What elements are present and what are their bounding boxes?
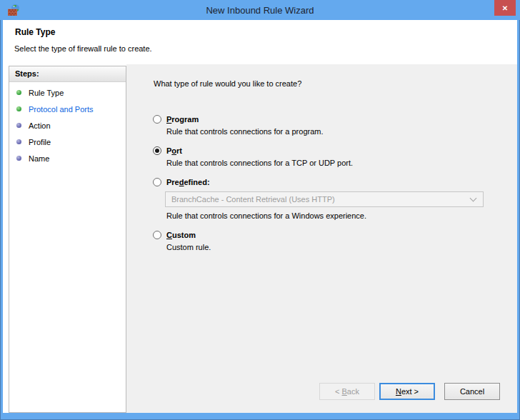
program-description: Rule that controls connections for a pro… [166,126,517,137]
option-custom: Custom Custom rule. [153,231,517,253]
step-label: Name [29,154,49,163]
rule-type-options: Program Rule that controls connections f… [153,115,517,253]
custom-radio[interactable] [153,231,161,239]
close-button[interactable]: ✕ [494,0,516,16]
program-label[interactable]: Program [166,115,199,124]
step-bullet-icon [16,90,21,95]
predefined-dropdown-value: BranchCache - Content Retrieval (Uses HT… [171,195,471,204]
wizard-window: New Inbound Rule Wizard ✕ Rule Type Sele… [0,0,520,420]
predefined-label[interactable]: Predefined: [166,178,210,186]
step-bullet-icon [16,139,21,144]
port-description: Rule that controls connections for a TCP… [166,158,517,169]
step-item-name[interactable]: Name [9,150,126,166]
step-item-profile[interactable]: Profile [9,134,126,150]
steps-header: Steps: [9,66,126,82]
step-label: Profile [29,138,51,146]
steps-list: Rule TypeProtocol and PortsActionProfile… [9,82,126,166]
page-title: Rule Type [15,27,506,37]
option-program: Program Rule that controls connections f… [153,115,517,137]
predefined-radio[interactable] [153,178,161,186]
predefined-description: Rule that controls connections for a Win… [166,211,517,221]
step-label: Protocol and Ports [29,105,94,114]
back-button[interactable]: < Back [319,383,375,400]
page-header: Rule Type Select the type of firewall ru… [3,20,517,64]
custom-label[interactable]: Custom [166,231,196,239]
step-item-action[interactable]: Action [9,117,126,134]
cancel-button[interactable]: Cancel [444,383,500,400]
chevron-down-icon [470,195,477,202]
program-radio[interactable] [153,115,161,124]
wizard-buttons: < Back Next > Cancel [319,383,500,400]
step-bullet-icon [16,156,21,161]
close-icon: ✕ [502,4,508,12]
option-predefined: Predefined: BranchCache - Content Retrie… [153,178,517,221]
port-radio[interactable] [153,146,161,155]
page-subtitle: Select the type of firewall rule to crea… [14,44,506,53]
step-bullet-icon [16,106,21,111]
step-item-protocol-and-ports[interactable]: Protocol and Ports [9,101,126,117]
predefined-dropdown[interactable]: BranchCache - Content Retrieval (Uses HT… [165,191,484,207]
step-bullet-icon [16,123,21,128]
port-label[interactable]: Port [166,146,182,155]
option-port: Port Rule that controls connections for … [153,146,517,169]
steps-panel: Steps: Rule TypeProtocol and PortsAction… [9,66,126,413]
content-pane: What type of rule would you like to crea… [126,64,517,413]
titlebar: New Inbound Rule Wizard ✕ [0,0,520,20]
steps-sidebar: Steps: Rule TypeProtocol and PortsAction… [3,64,126,413]
question-text: What type of rule would you like to crea… [154,79,517,88]
step-item-rule-type[interactable]: Rule Type [9,84,126,101]
next-button[interactable]: Next > [379,383,435,400]
step-label: Rule Type [29,89,64,97]
step-label: Action [29,121,51,130]
window-title: New Inbound Rule Wizard [0,5,520,16]
custom-description: Custom rule. [166,242,517,253]
